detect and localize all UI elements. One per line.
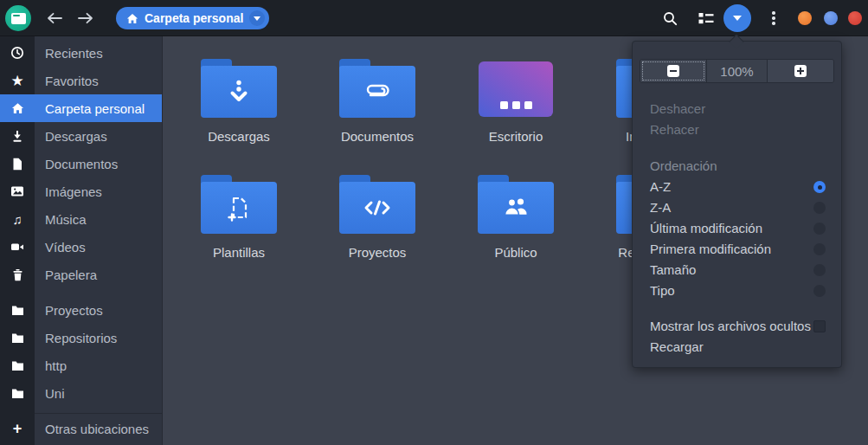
folder-icon: [0, 332, 35, 344]
paperclip-emblem-icon: [360, 74, 395, 109]
sidebar-item-label: Música: [45, 212, 87, 227]
menu-item-redo[interactable]: Rehacer: [633, 119, 841, 140]
location-button[interactable]: Carpeta personal: [116, 7, 269, 29]
menu-item-reload[interactable]: Recargar: [633, 337, 841, 358]
zoom-level: 100%: [706, 60, 768, 82]
sort-option-size[interactable]: Tamaño: [633, 260, 841, 281]
radio-icon[interactable]: [813, 202, 826, 214]
folder-icon: [201, 182, 277, 234]
sidebar-item-descargas[interactable]: Descargas: [0, 122, 162, 150]
radio-icon[interactable]: [813, 264, 826, 276]
sidebar-item-label: Favoritos: [45, 74, 99, 88]
folder-icon: [339, 182, 415, 234]
sidebar-item-label: Papelera: [45, 268, 97, 282]
image-icon: [0, 185, 35, 197]
sidebar-item-videos[interactable]: Vídeos: [0, 233, 162, 261]
sidebar-item-papelera[interactable]: Papelera: [0, 261, 162, 288]
checkbox-icon[interactable]: [813, 320, 826, 332]
home-icon: [126, 13, 138, 24]
zoom-in-button[interactable]: [768, 60, 833, 82]
sidebar-item-label: Descargas: [45, 129, 107, 144]
sidebar-item-label: Documentos: [45, 157, 118, 171]
show-hidden-label: Mostrar los archivos ocultos: [650, 319, 811, 333]
folder-name: Documentos: [341, 129, 414, 144]
sidebar-item-label: Proyectos: [45, 303, 103, 318]
trash-icon: [0, 268, 35, 281]
download-emblem-icon: [222, 74, 256, 109]
folder-publico[interactable]: Público: [447, 175, 585, 260]
radio-icon[interactable]: [813, 285, 826, 297]
back-button[interactable]: [40, 0, 69, 36]
sidebar-item-documentos[interactable]: Documentos: [0, 150, 162, 177]
plus-icon: +: [0, 421, 35, 436]
folder-descargas[interactable]: Descargas: [170, 59, 308, 144]
sidebar-item-otras-ubicaciones[interactable]: + Otras ubicaciones: [0, 415, 162, 442]
folder-documentos[interactable]: Documentos: [308, 59, 447, 144]
radio-icon[interactable]: [813, 222, 826, 235]
sort-option-first-modified[interactable]: Primera modificación: [633, 239, 841, 260]
header-bar: Carpeta personal: [0, 0, 868, 36]
sort-option-label: Tamaño: [650, 262, 696, 277]
window-maximize-button[interactable]: [824, 11, 838, 25]
radio-selected-icon[interactable]: [813, 181, 826, 193]
folder-escritorio[interactable]: Escritorio: [447, 59, 585, 144]
sidebar-item-label: Recientes: [45, 46, 103, 61]
sidebar-item-proyectos[interactable]: Proyectos: [0, 296, 162, 324]
folder-icon: [0, 388, 35, 399]
star-icon: ★: [0, 74, 35, 88]
sidebar-separator: [35, 413, 162, 414]
video-camera-icon: [0, 241, 35, 253]
sort-option-az[interactable]: A-Z: [633, 177, 841, 197]
folder-name: Proyectos: [349, 245, 407, 260]
sort-option-label: A-Z: [650, 179, 671, 194]
folder-name: Descargas: [208, 129, 270, 144]
folder-plantillas[interactable]: Plantillas: [170, 175, 308, 260]
radio-icon[interactable]: [813, 243, 826, 255]
sidebar-item-recientes[interactable]: Recientes: [0, 39, 162, 67]
folder-icon: [478, 182, 554, 234]
code-emblem-icon: [360, 190, 395, 225]
location-chevron: [249, 10, 265, 26]
folder-icon: [0, 305, 35, 316]
sidebar-item-label: Repositorios: [45, 331, 117, 345]
sort-option-label: Z-A: [650, 200, 671, 215]
sort-option-last-modified[interactable]: Última modificación: [633, 218, 841, 239]
sidebar-item-label: Carpeta personal: [45, 101, 145, 116]
sidebar-item-carpeta-personal[interactable]: Carpeta personal: [0, 94, 162, 122]
window-minimize-button[interactable]: [798, 11, 812, 25]
search-button[interactable]: [654, 0, 685, 36]
arrow-left-icon: [47, 12, 62, 24]
sidebar-item-repositorios[interactable]: Repositorios: [0, 324, 162, 351]
sidebar-item-label: Uni: [45, 386, 65, 401]
view-toggle-button[interactable]: [691, 0, 722, 36]
desktop-icon: [479, 61, 553, 117]
menu-item-show-hidden[interactable]: Mostrar los archivos ocultos: [633, 316, 841, 337]
sidebar-item-imagenes[interactable]: Imágenes: [0, 177, 162, 205]
sidebar-item-uni[interactable]: Uni: [0, 379, 162, 407]
chevron-down-icon: [733, 16, 742, 21]
forward-button[interactable]: [71, 0, 100, 36]
sidebar-item-label: http: [45, 358, 67, 373]
menu-item-undo[interactable]: Deshacer: [633, 99, 841, 119]
folder-icon: [201, 66, 277, 118]
minus-icon: [667, 65, 679, 77]
sidebar-item-label: Vídeos: [45, 240, 86, 255]
window-close-button[interactable]: [848, 11, 862, 25]
location-label: Carpeta personal: [145, 11, 243, 25]
sort-option-label: Última modificación: [650, 221, 762, 235]
sidebar: Recientes ★ Favoritos Carpeta personal D…: [0, 36, 163, 445]
folder-icon: [339, 66, 415, 118]
folder-proyectos[interactable]: Proyectos: [308, 175, 447, 260]
folder-name: Escritorio: [489, 129, 543, 144]
view-options-menu: 100% Deshacer Rehacer Ordenación A-Z Z-A…: [632, 41, 842, 368]
view-options-menu-button[interactable]: [723, 4, 751, 32]
clock-icon: [0, 46, 35, 60]
sidebar-item-favoritos[interactable]: ★ Favoritos: [0, 67, 162, 94]
sidebar-item-musica[interactable]: ♫ Música: [0, 205, 162, 233]
sort-option-type[interactable]: Tipo: [633, 281, 841, 301]
zoom-out-button[interactable]: [640, 60, 706, 82]
sort-option-za[interactable]: Z-A: [633, 197, 841, 218]
app-menu-button[interactable]: [758, 0, 789, 36]
folder-name: Público: [494, 245, 537, 260]
sidebar-item-http[interactable]: http: [0, 351, 162, 379]
